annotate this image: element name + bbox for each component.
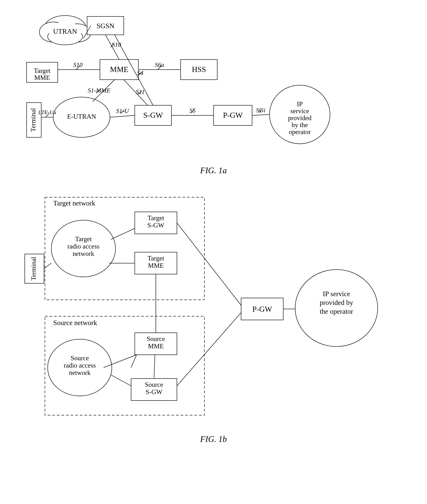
target-ran-label2: radio access xyxy=(67,243,99,250)
ip-service-label3: provided xyxy=(288,114,312,122)
svg-line-23 xyxy=(110,115,135,117)
hss-label: HSS xyxy=(192,65,206,74)
source-mme-label1: Source xyxy=(147,335,165,342)
sgsn-label: SGSN xyxy=(96,22,114,30)
source-sgw-label2: S-GW xyxy=(145,388,162,396)
fig1b-diagram: Target network Source network Terminal T… xyxy=(21,192,406,444)
svg-line-36 xyxy=(154,355,155,378)
pgw-label: P-GW xyxy=(223,111,243,119)
ip-service-label5: operator xyxy=(289,128,311,135)
sgw-label: S-GW xyxy=(143,111,163,119)
target-sgw-label2: S-GW xyxy=(147,222,164,229)
target-mme-label2: MME xyxy=(148,262,164,269)
s11-label: S11 xyxy=(136,89,145,95)
svg-text:UTRAN: UTRAN xyxy=(53,28,77,35)
s6a-label: S6a xyxy=(155,61,164,68)
fig1a-caption: FIG. 1a xyxy=(21,166,406,175)
sgi-label: SGi xyxy=(256,107,265,114)
target-mme-label: Target xyxy=(34,67,50,74)
lteu-label: LTE-Uu xyxy=(38,109,56,115)
s10-label-left: S10 xyxy=(73,61,83,68)
source-network-label: Source network xyxy=(53,319,97,326)
svg-line-31 xyxy=(111,228,135,239)
target-network-label: Target network xyxy=(53,199,95,207)
pgw-label-1b: P-GW xyxy=(252,305,272,313)
source-ran-label1: Source xyxy=(71,354,89,362)
s5-label: S5 xyxy=(189,107,196,114)
svg-line-33 xyxy=(177,223,241,305)
target-sgw-label1: Target xyxy=(147,214,164,222)
source-ran-label2: radio access xyxy=(64,362,96,369)
source-ran-label3: network xyxy=(69,369,91,376)
target-mme-label1: Target xyxy=(147,255,164,262)
terminal-label-1b: Terminal xyxy=(30,257,37,280)
ip-svc-3: the operator xyxy=(320,307,353,315)
fig1a-diagram: UTRAN SGSN Target MME MME HSS Terminal E… xyxy=(21,11,406,186)
svg-line-38 xyxy=(177,313,241,386)
source-sgw-label1: Source xyxy=(145,381,163,388)
terminal-label: Terminal xyxy=(30,108,37,132)
s1u-label: S1-U xyxy=(116,108,129,114)
target-mme-label2: MME xyxy=(34,74,50,81)
utran-cloud: UTRAN xyxy=(39,15,91,45)
target-ran-label3: network xyxy=(73,250,94,257)
ip-svc-2: provided by xyxy=(320,299,353,306)
source-mme-label2: MME xyxy=(148,342,164,350)
ip-svc-1: IP service xyxy=(323,290,350,298)
mme-label: MME xyxy=(110,65,128,74)
ip-service-label2: service xyxy=(290,107,309,115)
fig1b-caption: FIG. 1b xyxy=(21,434,406,444)
target-ran-label1: Target xyxy=(75,235,92,243)
eutran-label: E-UTRAN xyxy=(67,113,96,120)
ip-service-label: IP xyxy=(297,100,303,108)
ip-service-label4: by the xyxy=(291,121,308,129)
svg-line-27 xyxy=(252,114,269,115)
svg-line-37 xyxy=(111,375,131,386)
